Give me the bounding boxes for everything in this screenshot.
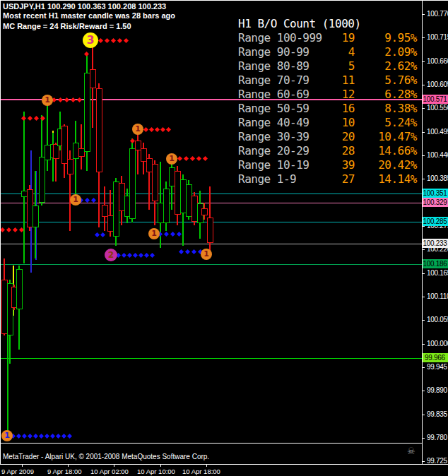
bo-range-label: Range 100-999 [238,31,322,45]
price-tick-label: 100.385 [427,174,448,182]
signal-marker: 1 [132,124,143,135]
price-tick-label: 100.660 [427,57,448,65]
indicator-vline [7,335,8,432]
signal-dot [13,227,18,232]
bo-table-rows: Range 100-999199.95%Range 90-9942.09%Ran… [238,31,417,186]
candle-body [53,144,59,159]
top-border [0,0,448,1]
signal-dot [155,127,160,132]
bo-count-value: 27 [342,172,355,186]
price-badge: 100.571 [422,95,448,104]
bo-table-title: H1 B/O Count (1000) [238,17,417,31]
time-tick [114,465,114,467]
candle-body [96,88,102,172]
price-level-line [0,264,422,265]
candle-body [33,206,39,227]
signal-dot [203,156,208,161]
bo-count-value: 39 [342,158,355,172]
bo-percent-value: 5.24% [384,116,417,130]
price-badge: 100.351 [422,189,448,198]
signal-dot [150,253,155,258]
signal-dot [67,434,72,439]
signal-dot [61,434,66,439]
bo-count-value: 10 [342,116,355,130]
bo-table-row: Range 1-92714.14% [238,172,417,186]
signal-dot [21,116,26,121]
bo-table-row: Range 90-9942.09% [238,45,417,59]
bo-count-value: 12 [342,88,355,102]
bo-percent-value: 6.28% [384,88,417,102]
time-axis[interactable]: 9 Apr 20099 Apr 18:0010 Apr 02:0010 Apr … [0,465,448,476]
bo-table-row: Range 20-292814.66% [238,144,417,158]
candle-body [207,218,213,243]
time-tick [22,465,23,467]
bo-range-label: Range 1-9 [238,172,296,186]
time-label: 9 Apr 2009 [1,468,34,475]
signal-dot [85,198,90,203]
price-badge: 99.966 [422,353,448,362]
time-tick [206,465,207,467]
bo-range-label: Range 90-99 [238,45,309,59]
signal-dot [164,232,169,237]
price-tick-label: 99.780 [427,434,447,441]
signal-dot [6,227,11,232]
price-badge: 100.329 [422,198,448,207]
signal-dot [127,253,132,258]
bo-table-row: Range 10-193920.42% [238,158,417,172]
mc-range-text: MC Range = 24 Risk/Reward = 1.50 [3,22,131,30]
bo-count-value: 19 [342,31,355,45]
price-tick-label: 100.055 [427,316,448,323]
master-candle-text: Most recent H1 master candle was 28 bars… [3,11,175,20]
price-level-line [0,244,422,244]
bo-table-row: Range 30-392010.47% [238,130,417,144]
price-tick-label: 100.550 [427,104,448,112]
time-tick [68,465,69,467]
candle-body [152,164,158,201]
price-tick-label: 100.000 [427,340,448,347]
candle-body [201,208,208,215]
time-label: 10 Apr 18:00 [182,468,220,475]
signal-dot [124,38,129,43]
left-border [0,0,1,465]
price-badge: 100.285 [422,217,448,226]
signal-dot [111,38,116,43]
price-tick-label: 100.770 [427,10,448,18]
candle-body [163,189,170,223]
candle-wick [23,112,25,264]
price-badge: 100.186 [422,259,448,268]
signal-dot [16,434,21,439]
price-tick-label: 99.945 [427,363,447,371]
signal-dot [33,434,38,439]
signal-dot [185,249,190,254]
signal-dot [56,434,61,439]
signal-dot [105,38,110,43]
bo-percent-value: 9.95% [384,31,417,45]
symbol-ohlc-text: USDJPY,H1 100.290 100.363 100.208 100.23… [3,2,166,11]
signal-dot [95,232,100,237]
signal-dot [160,127,165,132]
bo-count-value: 28 [342,144,355,158]
bo-range-label: Range 80-89 [238,59,309,73]
signal-dot [179,249,184,254]
candle-body [129,148,136,218]
bo-percent-value: 2.62% [384,59,417,73]
candle-body [90,69,96,88]
signal-marker: 3 [83,32,98,48]
signal-marker: 1 [42,95,53,106]
price-tick-label: 100.110 [427,292,448,300]
bo-range-label: Range 20-29 [238,144,309,158]
signal-dot [143,127,148,132]
bo-range-label: Range 40-49 [238,116,309,130]
bo-table-row: Range 50-59168.38% [238,102,417,116]
status-bar-text: MetaTrader - Alpari UK, © 2001-2008 Meta… [3,453,209,460]
bo-percent-value: 2.09% [384,45,417,59]
time-label: 10 Apr 02:00 [90,468,129,475]
bo-range-label: Range 50-59 [238,102,309,116]
bo-table-row: Range 40-49105.24% [238,116,417,130]
bo-range-label: Range 30-39 [238,130,309,144]
signal-dot [84,52,89,56]
bo-range-label: Range 60-69 [238,88,309,102]
axis-separator [422,0,423,465]
bo-range-label: Range 10-19 [238,158,309,172]
price-axis[interactable]: 100.770100.715100.660100.605100.550100.4… [422,0,448,465]
